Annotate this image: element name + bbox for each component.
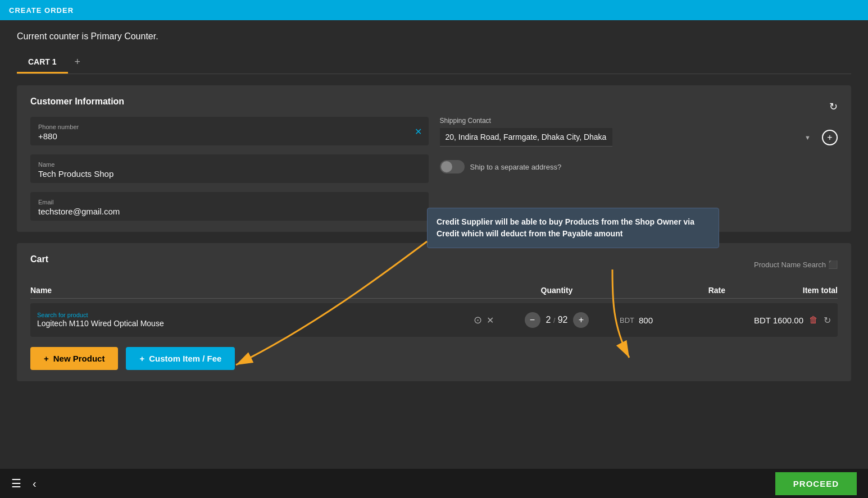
- table-row: Search for product Logitech M110 Wired O…: [30, 303, 838, 337]
- new-product-label: New Product: [53, 354, 105, 363]
- col-rate-header: Rate: [613, 286, 725, 295]
- custom-item-button[interactable]: + Custom Item / Fee: [126, 347, 235, 370]
- email-label: Email: [38, 199, 54, 205]
- product-name-value[interactable]: Logitech M110 Wired Optical Mouse: [37, 319, 164, 328]
- tabs-bar: CART 1 +: [17, 52, 851, 74]
- proceed-button[interactable]: PROCEED: [775, 472, 857, 495]
- customer-grid: Phone number +880 ✕ Name Tech Products S…: [30, 117, 838, 221]
- tooltip-text: Credit Supplier will be able to buy Prod…: [437, 217, 694, 238]
- right-fields: Shipping Contact 20, Indira Road, Farmga…: [440, 117, 838, 221]
- custom-item-label: Custom Item / Fee: [149, 354, 221, 363]
- phone-field-group: Phone number +880 ✕: [30, 117, 429, 145]
- add-shipping-button[interactable]: +: [822, 130, 838, 145]
- ship-separate-label: Ship to a separate address?: [470, 163, 562, 171]
- item-total-value: BDT 1600.00: [754, 316, 803, 325]
- rate-input[interactable]: [639, 316, 684, 325]
- quantity-cell: − 2 / 92 +: [501, 308, 613, 332]
- tab-add-button[interactable]: +: [68, 52, 88, 74]
- ship-separate-toggle[interactable]: [440, 160, 465, 173]
- col-total-header: Item total: [725, 286, 838, 295]
- qty-decrease-button[interactable]: −: [525, 312, 540, 328]
- product-search-label: Product Name Search: [754, 261, 826, 269]
- help-icon[interactable]: ⊙: [474, 314, 482, 326]
- page-title: CREATE ORDER: [9, 6, 74, 15]
- qty-separator: /: [553, 317, 555, 325]
- cart-actions: + New Product + Custom Item / Fee: [30, 347, 838, 370]
- email-field-group: Email techstore@gmail.com: [30, 192, 429, 221]
- email-value[interactable]: techstore@gmail.com: [38, 207, 421, 216]
- cart-header-row: Cart Product Name Search ⬛: [30, 254, 838, 275]
- cart-columns-header: Name Quantity Rate Item total: [30, 282, 838, 299]
- qty-current[interactable]: 2: [546, 315, 551, 325]
- new-product-button[interactable]: + New Product: [30, 347, 118, 370]
- product-search-inner: Search for product Logitech M110 Wired O…: [37, 312, 469, 328]
- bottom-bar: ☰ ‹ PROCEED: [0, 469, 868, 498]
- product-search-area: Product Name Search ⬛: [754, 260, 838, 269]
- refresh-row-icon[interactable]: ↻: [824, 315, 831, 326]
- shipping-select-row: 20, Indira Road, Farmgate, Dhaka City, D…: [440, 128, 838, 147]
- cart-title: Cart: [30, 254, 48, 264]
- phone-label: Phone number: [38, 124, 79, 130]
- phone-value[interactable]: +880: [38, 131, 421, 141]
- rate-cell: BDT: [613, 311, 725, 330]
- delete-row-icon[interactable]: 🗑: [809, 315, 818, 325]
- name-value[interactable]: Tech Products Shop: [38, 169, 421, 179]
- item-total-cell: BDT 1600.00 🗑 ↻: [725, 310, 838, 330]
- top-bar: CREATE ORDER: [0, 0, 868, 20]
- bottom-left: ☰ ‹: [11, 477, 37, 490]
- shipping-select-wrapper: 20, Indira Road, Farmgate, Dhaka City, D…: [440, 128, 817, 147]
- qty-stock: 92: [558, 315, 568, 325]
- customer-info-title: Customer Information: [30, 97, 124, 107]
- cart-card: Cart Product Name Search ⬛ Name Quantity…: [17, 243, 851, 381]
- col-qty-header: Quantity: [501, 286, 613, 295]
- hamburger-icon[interactable]: ☰: [11, 477, 21, 490]
- new-product-plus-icon: +: [44, 354, 49, 363]
- name-label: Name: [38, 161, 54, 168]
- product-search-sublabel: Search for product: [37, 312, 469, 318]
- product-search-cell: Search for product Logitech M110 Wired O…: [30, 307, 501, 333]
- filter-icon[interactable]: ⬛: [828, 260, 838, 269]
- name-field-group: Name Tech Products Shop: [30, 154, 429, 183]
- tooltip-box: Credit Supplier will be able to buy Prod…: [427, 208, 719, 248]
- qty-increase-button[interactable]: +: [573, 312, 589, 328]
- qty-value: 2 / 92: [546, 315, 568, 325]
- phone-clear-icon[interactable]: ✕: [415, 126, 422, 136]
- shipping-contact-label: Shipping Contact: [440, 117, 838, 125]
- clear-product-icon[interactable]: ✕: [487, 315, 494, 326]
- col-name-header: Name: [30, 286, 501, 295]
- left-fields: Phone number +880 ✕ Name Tech Products S…: [30, 117, 429, 221]
- currency-label: BDT: [620, 316, 634, 325]
- tab-cart1[interactable]: CART 1: [17, 53, 68, 74]
- ship-toggle-row: Ship to a separate address?: [440, 160, 838, 173]
- back-icon[interactable]: ‹: [33, 477, 37, 490]
- refresh-icon[interactable]: ↻: [829, 100, 838, 113]
- shipping-contact-section: Shipping Contact 20, Indira Road, Farmga…: [440, 117, 838, 147]
- counter-text: Current counter is Primary Counter.: [17, 31, 851, 42]
- custom-item-plus-icon: +: [139, 354, 144, 363]
- shipping-address-select[interactable]: 20, Indira Road, Farmgate, Dhaka City, D…: [440, 128, 612, 147]
